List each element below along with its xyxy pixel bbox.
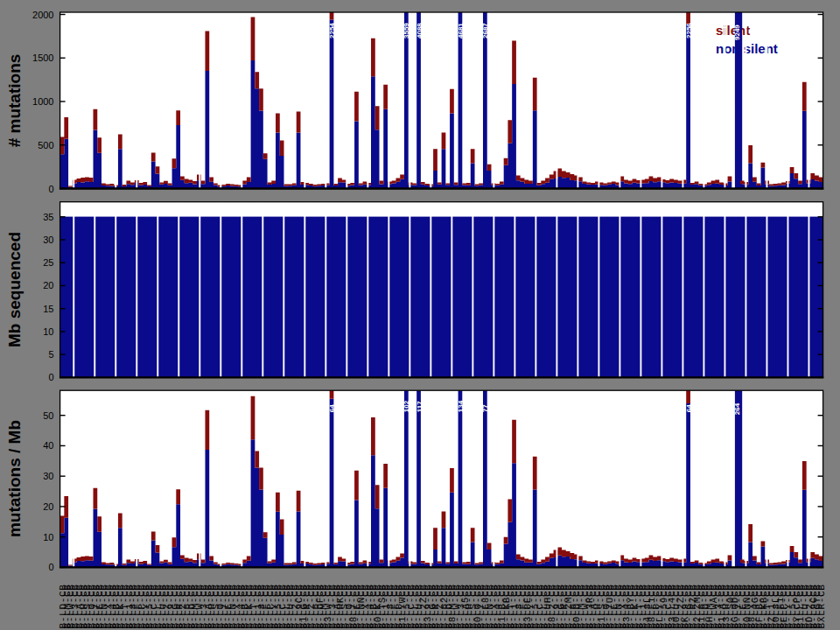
svg-text:30: 30	[43, 234, 53, 245]
svg-text:0: 0	[48, 372, 53, 382]
svg-text:50: 50	[43, 410, 53, 421]
svg-text:500: 500	[38, 140, 53, 150]
svg-text:BXLR-CB: BXLR-CB	[816, 584, 827, 628]
svg-text:4681: 4681	[457, 23, 465, 38]
svg-text:15: 15	[43, 304, 53, 314]
svg-text:20: 20	[43, 280, 53, 290]
svg-text:9249: 9249	[733, 24, 741, 40]
svg-text:30: 30	[43, 471, 53, 481]
svg-text:102: 102	[402, 400, 410, 412]
svg-text:20: 20	[43, 501, 53, 512]
svg-text:2256: 2256	[685, 23, 693, 38]
svg-text:1000: 1000	[32, 96, 53, 107]
svg-text:1500: 1500	[32, 52, 53, 63]
svg-text:2254: 2254	[328, 23, 336, 38]
svg-text:264: 264	[733, 402, 741, 415]
svg-text:0: 0	[48, 184, 53, 194]
svg-text:134: 134	[457, 400, 465, 412]
svg-text:2000: 2000	[32, 10, 53, 20]
svg-text:25: 25	[43, 257, 53, 268]
svg-text:10: 10	[43, 326, 53, 337]
svg-text:40: 40	[43, 440, 53, 451]
svg-text:4088: 4088	[416, 23, 424, 38]
svg-text:64: 64	[685, 404, 693, 412]
svg-text:mutations / Mb: mutations / Mb	[5, 420, 24, 537]
svg-text:Mb sequenced: Mb sequenced	[5, 232, 24, 347]
svg-text:3559: 3559	[402, 23, 410, 38]
svg-text:0: 0	[48, 562, 53, 572]
svg-text:5: 5	[48, 349, 53, 360]
svg-text:117: 117	[416, 401, 424, 412]
svg-text:77: 77	[481, 404, 489, 412]
svg-text:2687: 2687	[481, 23, 489, 38]
svg-text:# mutations: # mutations	[5, 54, 24, 148]
svg-text:35: 35	[43, 212, 53, 222]
svg-text:10: 10	[43, 532, 53, 542]
svg-text:64: 64	[328, 404, 336, 412]
